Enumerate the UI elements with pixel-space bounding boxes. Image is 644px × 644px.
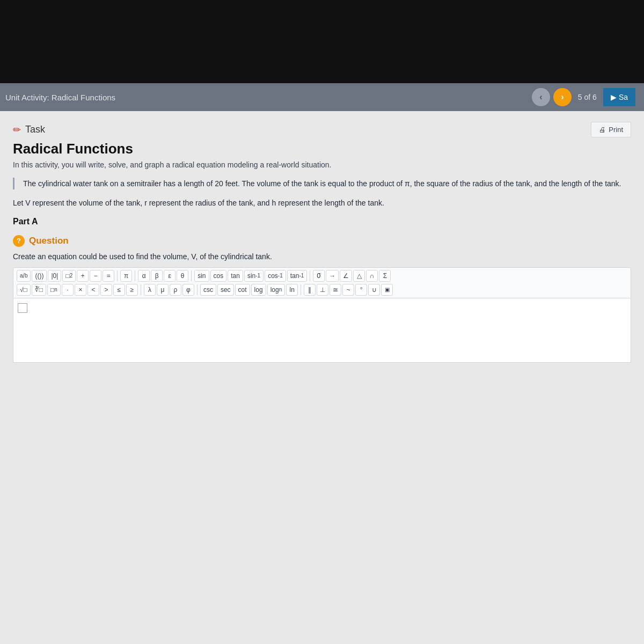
separator-3 (191, 270, 192, 281)
toolbar-logn[interactable]: logn (267, 284, 286, 296)
header-title: Unit Activity: Radical Functions (5, 93, 115, 102)
separator-2 (135, 270, 135, 281)
toolbar-union[interactable]: ∪ (368, 284, 380, 296)
toolbar-less[interactable]: < (87, 284, 99, 296)
toolbar-parentheses[interactable]: (()) (32, 270, 47, 282)
activity-subtitle: In this activity, you will write, solve,… (13, 160, 631, 169)
header-bar: Unit Activity: Radical Functions ‹ › 5 o… (0, 83, 644, 111)
toolbar-mu[interactable]: μ (157, 284, 169, 296)
question-label: Question (29, 236, 69, 246)
toolbar-superscript[interactable]: □2 (62, 270, 76, 282)
toolbar-arcsin[interactable]: sin-1 (244, 270, 264, 282)
toolbar-epsilon[interactable]: ε (164, 270, 175, 282)
separator-5 (141, 284, 141, 295)
math-input-area[interactable] (13, 298, 631, 363)
problem-text: The cylindrical water tank on a semitrai… (23, 179, 621, 188)
toolbar-beta[interactable]: β (151, 270, 163, 282)
separator-6 (197, 284, 197, 295)
toolbar-csc[interactable]: csc (200, 284, 216, 296)
task-header-row: ✏ Task 🖨 Print (13, 122, 631, 137)
problem-block: The cylindrical water tank on a semitrai… (13, 178, 631, 189)
toolbar-lambda[interactable]: λ (144, 284, 156, 296)
toolbar-degree[interactable]: ° (355, 284, 367, 296)
toolbar-minus[interactable]: − (90, 270, 101, 282)
toolbar-arctan[interactable]: tan-1 (287, 270, 308, 282)
save-icon: ▶ (611, 93, 617, 101)
toolbar-parallel[interactable]: ‖ (304, 284, 316, 296)
toolbar-cong[interactable]: ≅ (330, 284, 341, 296)
toolbar-triangle[interactable]: △ (353, 270, 365, 282)
toolbar-dot[interactable]: · (62, 284, 74, 296)
let-statement: Let V represent the volume of the tank, … (13, 197, 631, 209)
toolbar-abs[interactable]: |0| (48, 270, 61, 282)
main-content: ✏ Task 🖨 Print Radical Functions In this… (0, 111, 644, 644)
toolbar-sqrt[interactable]: √□ (17, 284, 31, 296)
part-a-label: Part A (13, 217, 631, 226)
toolbar-row-2: √□ ∛□ □n · × < > ≤ ≥ λ μ ρ φ csc sec cot… (17, 284, 393, 296)
toolbar-cot[interactable]: cot (235, 284, 250, 296)
question-header: ? Question (13, 235, 631, 247)
save-label: Sa (619, 93, 628, 101)
toolbar-rho[interactable]: ρ (170, 284, 181, 296)
question-text: Create an equation could be used to find… (13, 252, 631, 261)
input-cursor (18, 303, 27, 313)
toolbar-plus[interactable]: + (77, 270, 89, 282)
math-toolbar: a/b (()) |0| □2 + − = π α β ε θ sin cos … (13, 267, 631, 298)
toolbar-cbrt[interactable]: ∛□ (32, 284, 46, 296)
pencil-icon: ✏ (13, 124, 21, 136)
separator-4 (310, 270, 310, 281)
task-label: Task (25, 124, 45, 135)
toolbar-subscript[interactable]: □n (47, 284, 61, 296)
toolbar-sigma[interactable]: Σ (379, 270, 391, 282)
toolbar-tan[interactable]: tan (228, 270, 243, 282)
nav-next-button[interactable]: › (553, 88, 572, 106)
toolbar-times[interactable]: × (75, 284, 86, 296)
toolbar-log[interactable]: log (251, 284, 266, 296)
toolbar-arccos[interactable]: cos-1 (265, 270, 286, 282)
toolbar-overline[interactable]: 0̄ (313, 270, 325, 282)
toolbar-leq[interactable]: ≤ (113, 284, 125, 296)
toolbar-sim[interactable]: ~ (342, 284, 354, 296)
toolbar-arrow[interactable]: → (326, 270, 339, 282)
toolbar-phi[interactable]: φ (182, 284, 194, 296)
toolbar-ln[interactable]: ln (286, 284, 298, 296)
nav-prev-button[interactable]: ‹ (532, 88, 550, 106)
toolbar-angle[interactable]: ∠ (340, 270, 352, 282)
toolbar-pi[interactable]: π (120, 270, 132, 282)
toolbar-matrix[interactable]: ▣ (381, 284, 393, 296)
toolbar-intersection[interactable]: ∩ (366, 270, 378, 282)
toolbar-geq[interactable]: ≥ (126, 284, 138, 296)
print-label: Print (609, 126, 623, 134)
toolbar-row-1: a/b (()) |0| □2 + − = π α β ε θ sin cos … (17, 270, 391, 282)
toolbar-perp[interactable]: ⊥ (317, 284, 328, 296)
page-indicator: 5 of 6 (578, 93, 597, 101)
toolbar-fraction[interactable]: a/b (17, 270, 31, 282)
separator-1 (117, 270, 118, 281)
toolbar-cos[interactable]: cos (210, 270, 227, 282)
toolbar-theta[interactable]: θ (177, 270, 188, 282)
header-nav: ‹ › 5 of 6 ▶ Sa (532, 88, 635, 106)
toolbar-sec[interactable]: sec (217, 284, 234, 296)
save-button[interactable]: ▶ Sa (603, 88, 635, 106)
page-title: Radical Functions (13, 141, 631, 157)
top-black-bar (0, 0, 644, 83)
toolbar-equals[interactable]: = (103, 270, 114, 282)
separator-7 (301, 284, 301, 295)
print-icon: 🖨 (599, 126, 606, 134)
toolbar-greater[interactable]: > (100, 284, 112, 296)
toolbar-alpha[interactable]: α (138, 270, 150, 282)
toolbar-sin[interactable]: sin (194, 270, 209, 282)
print-button[interactable]: 🖨 Print (591, 122, 631, 137)
question-icon: ? (13, 235, 25, 247)
